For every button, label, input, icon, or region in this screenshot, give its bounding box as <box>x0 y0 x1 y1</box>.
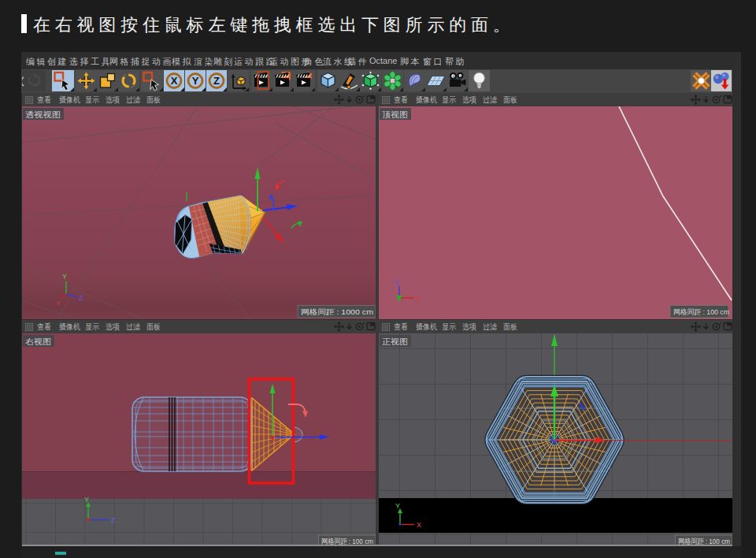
svg-text:过滤: 过滤 <box>483 95 497 104</box>
svg-text:顶视图: 顶视图 <box>382 110 408 119</box>
svg-text:查看: 查看 <box>394 322 408 331</box>
svg-text:过滤: 过滤 <box>483 322 497 331</box>
svg-text:选项: 选项 <box>462 322 476 331</box>
svg-text:透视视图: 透视视图 <box>25 110 61 119</box>
svg-text:选项: 选项 <box>462 95 476 104</box>
svg-text:Z: Z <box>111 516 116 524</box>
svg-text:查看: 查看 <box>394 95 408 104</box>
svg-text:网格间距 : 100 cm: 网格间距 : 100 cm <box>673 307 729 316</box>
svg-text:摄像机: 摄像机 <box>59 322 80 331</box>
svg-text:摄像机: 摄像机 <box>416 322 437 331</box>
svg-text:查看: 查看 <box>37 322 51 331</box>
svg-text:Y: Y <box>395 502 400 510</box>
svg-text:Y: Y <box>62 273 67 281</box>
svg-text:显示: 显示 <box>442 95 456 104</box>
svg-text:网格间距 : 100 cm: 网格间距 : 100 cm <box>678 537 730 545</box>
svg-text:Z: Z <box>79 294 83 302</box>
svg-text:X: X <box>415 295 420 303</box>
svg-text:右视图: 右视图 <box>25 337 51 346</box>
svg-text:显示: 显示 <box>442 322 456 331</box>
svg-text:网格间距 : 100 cm: 网格间距 : 100 cm <box>321 537 373 545</box>
svg-text:面板: 面板 <box>503 322 517 331</box>
svg-text:Z: Z <box>395 278 399 286</box>
svg-text:选项: 选项 <box>106 322 120 331</box>
svg-text:正视图: 正视图 <box>382 337 408 346</box>
svg-text:显示: 显示 <box>85 95 99 104</box>
svg-text:查看: 查看 <box>37 95 51 104</box>
svg-text:摄像机: 摄像机 <box>59 95 80 104</box>
svg-text:X: X <box>171 75 178 87</box>
svg-text:x: x <box>57 299 60 307</box>
svg-text:显示: 显示 <box>85 322 99 331</box>
svg-text:Y: Y <box>192 75 199 87</box>
svg-text:面板: 面板 <box>503 95 517 104</box>
svg-text:选项: 选项 <box>106 95 120 104</box>
svg-text:过滤: 过滤 <box>126 95 140 104</box>
svg-text:面板: 面板 <box>146 95 161 104</box>
svg-text:摄像机: 摄像机 <box>416 95 437 104</box>
svg-text:Z: Z <box>213 75 220 87</box>
svg-text:X: X <box>417 521 421 529</box>
svg-text:网格间距 : 1000 cm: 网格间距 : 1000 cm <box>301 307 373 316</box>
svg-text:过滤: 过滤 <box>126 322 140 331</box>
svg-text:面板: 面板 <box>146 322 161 331</box>
